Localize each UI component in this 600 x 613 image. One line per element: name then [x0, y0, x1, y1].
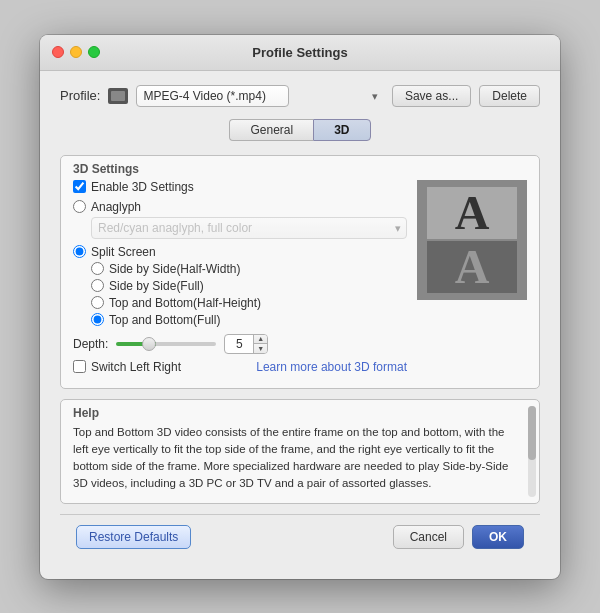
tab-3d[interactable]: 3D [313, 119, 370, 141]
preview-bottom: A [427, 241, 517, 293]
maximize-button[interactable] [88, 46, 100, 58]
split-screen-label: Split Screen [91, 245, 156, 259]
profile-label: Profile: [60, 88, 100, 103]
preview-letter-top: A [455, 189, 490, 237]
anaglyph-radio[interactable] [73, 200, 86, 213]
anaglyph-select-wrapper: Red/cyan anaglyph, full color [91, 217, 407, 239]
bottom-bar: Restore Defaults Cancel OK [60, 514, 540, 563]
split-screen-radio[interactable] [73, 245, 86, 258]
side-by-side-full-radio[interactable] [91, 279, 104, 292]
save-as-button[interactable]: Save as... [392, 85, 471, 107]
main-window: Profile Settings Profile: MPEG-4 Video (… [40, 35, 560, 579]
switch-lr-label: Switch Left Right [91, 360, 181, 374]
minimize-button[interactable] [70, 46, 82, 58]
profile-row: Profile: MPEG-4 Video (*.mp4) Save as...… [60, 85, 540, 107]
enable-3d-checkbox[interactable] [73, 180, 86, 193]
close-button[interactable] [52, 46, 64, 58]
titlebar: Profile Settings [40, 35, 560, 71]
settings-left: Enable 3D Settings Anaglyph Red/cyan ana… [73, 180, 407, 378]
window-title: Profile Settings [252, 45, 347, 60]
anaglyph-label: Anaglyph [91, 200, 141, 214]
split-option-3: Top and Bottom(Full) [91, 313, 407, 327]
help-section: Help Top and Bottom 3D video consists of… [60, 399, 540, 504]
learn-more-link[interactable]: Learn more about 3D format [256, 360, 407, 374]
depth-value-input[interactable] [225, 337, 253, 351]
depth-increment-button[interactable]: ▲ [254, 334, 267, 345]
traffic-lights [52, 46, 100, 58]
anaglyph-radio-row: Anaglyph [73, 200, 407, 214]
enable-3d-row: Enable 3D Settings [73, 180, 407, 194]
cancel-button[interactable]: Cancel [393, 525, 464, 549]
side-by-side-half-radio[interactable] [91, 262, 104, 275]
delete-button[interactable]: Delete [479, 85, 540, 107]
split-screen-radio-row: Split Screen [73, 245, 407, 259]
side-by-side-full-label: Side by Side(Full) [109, 279, 204, 293]
profile-icon [108, 88, 128, 104]
depth-row: Depth: ▲ ▼ [73, 330, 407, 354]
profile-select-wrapper: MPEG-4 Video (*.mp4) [136, 85, 383, 107]
depth-slider[interactable] [116, 342, 216, 346]
depth-decrement-button[interactable]: ▼ [254, 344, 267, 354]
side-by-side-half-label: Side by Side(Half-Width) [109, 262, 240, 276]
switch-lr-checkbox[interactable] [73, 360, 86, 373]
tab-general[interactable]: General [229, 119, 313, 141]
settings-3d-content: Enable 3D Settings Anaglyph Red/cyan ana… [61, 180, 539, 388]
anaglyph-select-row: Red/cyan anaglyph, full color [73, 217, 407, 239]
restore-defaults-button[interactable]: Restore Defaults [76, 525, 191, 549]
settings-3d-section: 3D Settings Enable 3D Settings Anaglyph [60, 155, 540, 389]
enable-3d-label: Enable 3D Settings [91, 180, 194, 194]
split-sub-options: Side by Side(Half-Width) Side by Side(Fu… [73, 262, 407, 327]
switch-lr-row: Switch Left Right [73, 360, 181, 374]
top-bottom-half-radio[interactable] [91, 296, 104, 309]
depth-value-wrapper: ▲ ▼ [224, 334, 268, 354]
help-text: Top and Bottom 3D video consists of the … [61, 424, 539, 503]
split-option-1: Side by Side(Full) [91, 279, 407, 293]
depth-label: Depth: [73, 337, 108, 351]
help-title: Help [61, 400, 539, 424]
split-option-2: Top and Bottom(Half-Height) [91, 296, 407, 310]
preview-top: A [427, 187, 517, 239]
scrollbar-thumb [528, 406, 536, 461]
3d-preview: A A [417, 180, 527, 378]
ok-button[interactable]: OK [472, 525, 524, 549]
split-option-0: Side by Side(Half-Width) [91, 262, 407, 276]
bottom-right-buttons: Cancel OK [393, 525, 524, 549]
top-bottom-half-label: Top and Bottom(Half-Height) [109, 296, 261, 310]
preview-box: A A [417, 180, 527, 300]
scrollbar-track[interactable] [528, 406, 536, 497]
depth-stepper: ▲ ▼ [253, 334, 267, 354]
preview-letter-bottom: A [455, 243, 490, 291]
profile-select[interactable]: MPEG-4 Video (*.mp4) [136, 85, 289, 107]
top-bottom-full-label: Top and Bottom(Full) [109, 313, 220, 327]
anaglyph-select[interactable]: Red/cyan anaglyph, full color [91, 217, 407, 239]
switch-row: Switch Left Right Learn more about 3D fo… [73, 360, 407, 374]
tabs-row: General 3D [60, 119, 540, 141]
window-content: Profile: MPEG-4 Video (*.mp4) Save as...… [40, 71, 560, 579]
top-bottom-full-radio[interactable] [91, 313, 104, 326]
settings-3d-title: 3D Settings [61, 156, 539, 180]
